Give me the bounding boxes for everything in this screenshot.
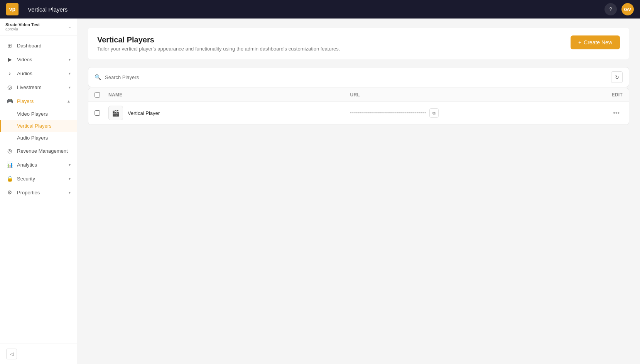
table-row: 🎬 Vertical Player ••••••••••••••••••••••… — [88, 102, 629, 125]
collapse-icon: ◁ — [10, 351, 14, 357]
more-options-button[interactable]: ••• — [610, 108, 623, 118]
sidebar-item-label: Security — [17, 176, 35, 182]
sidebar-item-properties[interactable]: ⚙ Properties ▾ — [0, 185, 77, 199]
refresh-button[interactable]: ↻ — [611, 71, 623, 83]
revenue-icon: ◎ — [6, 147, 13, 154]
avatar[interactable]: GV — [621, 3, 634, 15]
player-icon: 🎬 — [108, 106, 123, 120]
url-text: •••••••••••••••••••••••••••••••••••••• — [350, 110, 427, 116]
sidebar-item-label: Audios — [17, 71, 32, 76]
sidebar-item-livestream[interactable]: ◎ Livestream ▾ — [0, 80, 77, 94]
sidebar-item-analytics[interactable]: 📊 Analytics ▾ — [0, 158, 77, 172]
workspace-name: Strate Video Test — [5, 22, 40, 27]
table-header: Name URL Edit — [88, 88, 629, 102]
properties-expand-icon: ▾ — [69, 190, 71, 195]
main-layout: Strate Video Test aprevia ⌄ ⊞ Dashboard … — [0, 19, 640, 364]
sidebar-item-audios[interactable]: ♪ Audios ▾ — [0, 66, 77, 80]
sidebar-item-videos[interactable]: ▶ Videos ▾ — [0, 52, 77, 66]
sidebar: Strate Video Test aprevia ⌄ ⊞ Dashboard … — [0, 19, 77, 364]
table-header-url: URL — [350, 92, 592, 98]
help-button[interactable]: ? — [605, 3, 617, 15]
copy-url-button[interactable]: ⧉ — [429, 108, 439, 118]
sidebar-item-label: Players — [17, 98, 34, 104]
players-icon: 🎮 — [6, 98, 13, 104]
page-header-left: Vertical Players Tailor your vertical pl… — [97, 35, 340, 52]
table-header-edit: Edit — [592, 92, 623, 98]
main-content: Vertical Players Tailor your vertical pl… — [77, 19, 640, 364]
search-input[interactable] — [105, 74, 611, 80]
row-check — [95, 110, 108, 116]
help-icon: ? — [609, 6, 612, 12]
analytics-expand-icon: ▾ — [69, 163, 71, 167]
dashboard-icon: ⊞ — [6, 42, 13, 49]
security-expand-icon: ▾ — [69, 177, 71, 181]
create-new-button[interactable]: + Create New — [571, 35, 620, 49]
security-icon: 🔒 — [6, 175, 13, 182]
workspace-chevron-icon: ⌄ — [68, 24, 71, 29]
search-icon: 🔍 — [95, 74, 101, 80]
videos-icon: ▶ — [6, 56, 13, 63]
sidebar-item-label: Analytics — [17, 162, 37, 168]
table-header-name: Name — [108, 92, 350, 98]
url-cell: •••••••••••••••••••••••••••••••••••••• ⧉ — [350, 108, 592, 118]
edit-cell: ••• — [592, 108, 623, 118]
player-cell: 🎬 Vertical Player — [108, 106, 350, 120]
sidebar-item-players[interactable]: 🎮 Players ▲ — [0, 94, 77, 108]
sidebar-bottom: ◁ — [0, 344, 77, 364]
livestream-expand-icon: ▾ — [69, 85, 71, 89]
audios-expand-icon: ▾ — [69, 71, 71, 76]
workspace-selector[interactable]: Strate Video Test aprevia ⌄ — [0, 19, 77, 35]
sidebar-item-dashboard[interactable]: ⊞ Dashboard — [0, 39, 77, 52]
row-checkbox[interactable] — [95, 110, 100, 116]
video-players-label: Video Players — [17, 111, 48, 117]
table-container: Name URL Edit 🎬 Vertical Player ••••••••… — [88, 88, 629, 125]
sidebar-item-video-players[interactable]: Video Players — [0, 108, 77, 120]
sidebar-item-audio-players[interactable]: Audio Players — [0, 132, 77, 144]
sidebar-item-label: Properties — [17, 190, 40, 195]
page-title: Vertical Players — [97, 35, 340, 44]
search-bar-container: 🔍 ↻ — [88, 67, 629, 87]
workspace-info: Strate Video Test aprevia — [5, 22, 40, 31]
videos-expand-icon: ▾ — [69, 57, 71, 62]
table-header-check — [95, 92, 108, 98]
page-subtitle: Tailor your vertical player's appearance… — [97, 46, 340, 52]
sidebar-item-revenue[interactable]: ◎ Revenue Management — [0, 144, 77, 158]
create-btn-label: Create New — [584, 39, 612, 46]
search-bar-left: 🔍 — [95, 74, 611, 80]
audios-icon: ♪ — [6, 70, 13, 77]
sidebar-item-label: Dashboard — [17, 43, 42, 49]
top-nav-right: ? GV — [605, 3, 634, 15]
page-header: Vertical Players Tailor your vertical pl… — [88, 28, 629, 59]
audio-players-label: Audio Players — [17, 135, 48, 141]
sidebar-item-vertical-players[interactable]: Vertical Players — [0, 120, 77, 132]
top-nav: vp Vertical Players ? GV — [0, 0, 640, 19]
player-name: Vertical Player — [128, 110, 160, 116]
logo-icon: vp — [6, 3, 19, 15]
sidebar-item-label: Livestream — [17, 84, 42, 90]
vertical-players-label: Vertical Players — [17, 123, 52, 129]
refresh-icon: ↻ — [615, 74, 619, 80]
players-expand-icon: ▲ — [67, 99, 71, 103]
copy-icon: ⧉ — [432, 111, 436, 116]
sidebar-item-security[interactable]: 🔒 Security ▾ — [0, 172, 77, 185]
select-all-checkbox[interactable] — [95, 92, 100, 98]
workspace-sub: aprevia — [5, 27, 40, 31]
nav-items: ⊞ Dashboard ▶ Videos ▾ ♪ Audios ▾ ◎ Live… — [0, 35, 77, 344]
sidebar-collapse-button[interactable]: ◁ — [6, 349, 17, 359]
top-nav-left: vp Vertical Players — [6, 3, 68, 15]
analytics-icon: 📊 — [6, 161, 13, 168]
sidebar-item-label: Videos — [17, 57, 32, 62]
properties-icon: ⚙ — [6, 189, 13, 196]
create-plus-icon: + — [578, 39, 581, 46]
livestream-icon: ◎ — [6, 84, 13, 91]
top-nav-title: Vertical Players — [28, 6, 68, 13]
sidebar-item-label: Revenue Management — [17, 148, 68, 154]
